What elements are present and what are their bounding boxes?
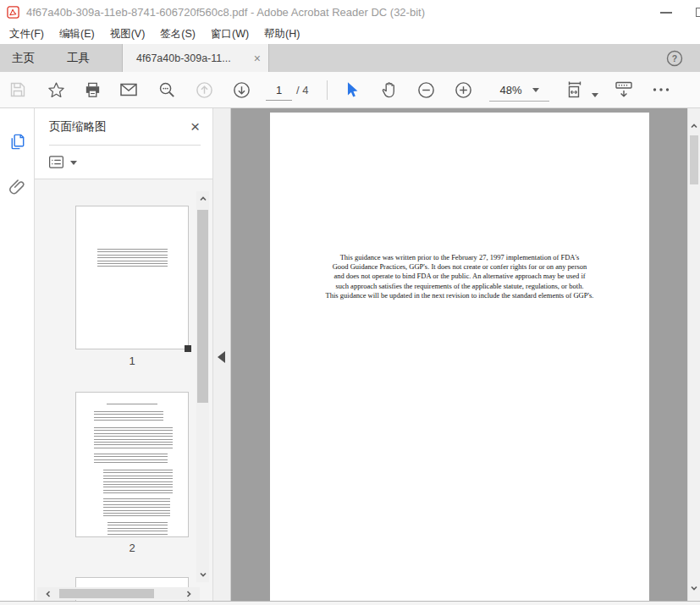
panel-hscrollbar-thumb[interactable] <box>59 589 154 598</box>
menu-window[interactable]: 窗口(W) <box>203 25 256 44</box>
thumbnail-page-1[interactable] <box>75 206 189 349</box>
panel-horizontal-scrollbar[interactable] <box>37 587 200 600</box>
pdf-page-text: This guidance was written prior to the F… <box>270 253 649 300</box>
thumbnails-panel: 页面缩略图 × 1 <box>35 108 212 601</box>
menu-view[interactable]: 视图(V) <box>102 25 153 44</box>
document-vertical-scrollbar[interactable] <box>687 108 700 601</box>
window-title: 4f67a40b-309a-11eb-8741-606720f560c8.pdf… <box>26 6 425 19</box>
menu-bar: 文件(F) 编辑(E) 视图(V) 签名(S) 窗口(W) 帮助(H) <box>0 24 700 44</box>
menu-help[interactable]: 帮助(H) <box>256 25 307 44</box>
scroll-down-icon[interactable] <box>688 582 700 594</box>
document-scrollbar-thumb[interactable] <box>690 135 698 184</box>
pdf-app-icon <box>7 6 19 19</box>
thumbnail-selection-handle <box>185 345 191 352</box>
pdf-page-1: This guidance was written prior to the F… <box>270 113 649 601</box>
tab-bar: 主页 工具 4f67a40b-309a-11... × ? <box>0 44 700 72</box>
help-glyph: ? <box>672 53 677 63</box>
toolbar: / 4 48% <box>0 72 700 108</box>
zoom-level-dropdown[interactable]: 48% <box>489 79 549 102</box>
next-page-icon[interactable] <box>227 75 256 104</box>
thumbnail-1-label: 1 <box>75 355 189 367</box>
hand-tool-icon[interactable] <box>375 75 404 104</box>
close-document-icon[interactable]: × <box>254 52 261 64</box>
menu-edit[interactable]: 编辑(E) <box>52 25 102 44</box>
chevron-down-icon[interactable] <box>592 93 598 101</box>
panel-vertical-scrollbar[interactable] <box>196 191 209 582</box>
more-tools-icon[interactable] <box>647 75 675 104</box>
favorite-star-icon[interactable] <box>41 75 70 104</box>
scroll-right-icon[interactable] <box>183 587 195 600</box>
thumbnail-page-2[interactable] <box>75 392 189 537</box>
window-bottom-border <box>0 601 700 605</box>
scroll-left-icon[interactable] <box>42 587 54 600</box>
select-tool-icon[interactable] <box>338 75 367 104</box>
chevron-down-icon <box>532 88 539 96</box>
toolbar-separator <box>327 80 328 100</box>
panel-scrollbar-thumb[interactable] <box>197 210 208 403</box>
scroll-up-icon[interactable] <box>688 120 700 132</box>
menu-file[interactable]: 文件(F) <box>2 25 52 44</box>
title-bar: 4f67a40b-309a-11eb-8741-606720f560c8.pdf… <box>0 0 700 24</box>
thumbnail-2-label: 2 <box>75 542 189 554</box>
chevron-down-icon <box>70 161 77 168</box>
zoom-level-value: 48% <box>499 84 521 96</box>
print-icon[interactable] <box>78 75 107 104</box>
help-icon[interactable]: ? <box>665 49 684 68</box>
marquee-zoom-icon[interactable] <box>152 75 181 104</box>
toolbar-collapse-icon[interactable] <box>609 75 638 104</box>
main-body: 页面缩略图 × 1 <box>0 108 700 601</box>
thumbnail-list: 1 2 <box>35 179 212 601</box>
minimize-button[interactable] <box>660 12 672 14</box>
page-thumbnails-icon[interactable] <box>5 129 29 153</box>
tab-document-label: 4f67a40b-309a-11... <box>136 52 231 64</box>
maximize-button[interactable] <box>696 8 700 17</box>
zoom-out-icon[interactable] <box>411 75 440 104</box>
save-icon[interactable] <box>3 75 32 104</box>
panel-header: 页面缩略图 × <box>35 108 212 145</box>
navigation-rail <box>0 108 35 601</box>
tab-document[interactable]: 4f67a40b-309a-11... × <box>122 44 269 72</box>
thumbnail-options-icon[interactable] <box>47 153 77 171</box>
page-total-label: / 4 <box>296 84 308 96</box>
menu-sign[interactable]: 签名(S) <box>152 25 203 44</box>
fit-width-icon[interactable] <box>561 75 590 104</box>
thumbnail-1-text-lines <box>97 249 168 268</box>
page-number-input[interactable] <box>266 80 292 101</box>
acrobat-window: 4f67a40b-309a-11eb-8741-606720f560c8.pdf… <box>0 0 700 605</box>
tab-tools[interactable]: 工具 <box>57 44 100 72</box>
previous-page-icon[interactable] <box>190 75 218 104</box>
close-panel-icon[interactable]: × <box>190 118 200 135</box>
panel-options-row <box>35 146 212 179</box>
document-area: This guidance was written prior to the F… <box>231 108 687 601</box>
zoom-in-icon[interactable] <box>449 75 477 104</box>
panel-title: 页面缩略图 <box>49 119 107 135</box>
collapse-panel-icon[interactable] <box>218 351 225 363</box>
tab-home[interactable]: 主页 <box>2 44 45 72</box>
scroll-down-icon[interactable] <box>196 569 209 580</box>
email-icon[interactable] <box>114 75 143 104</box>
scroll-up-icon[interactable] <box>196 193 209 205</box>
panel-collapse-strip <box>212 108 231 601</box>
attachments-paperclip-icon[interactable] <box>5 174 29 198</box>
